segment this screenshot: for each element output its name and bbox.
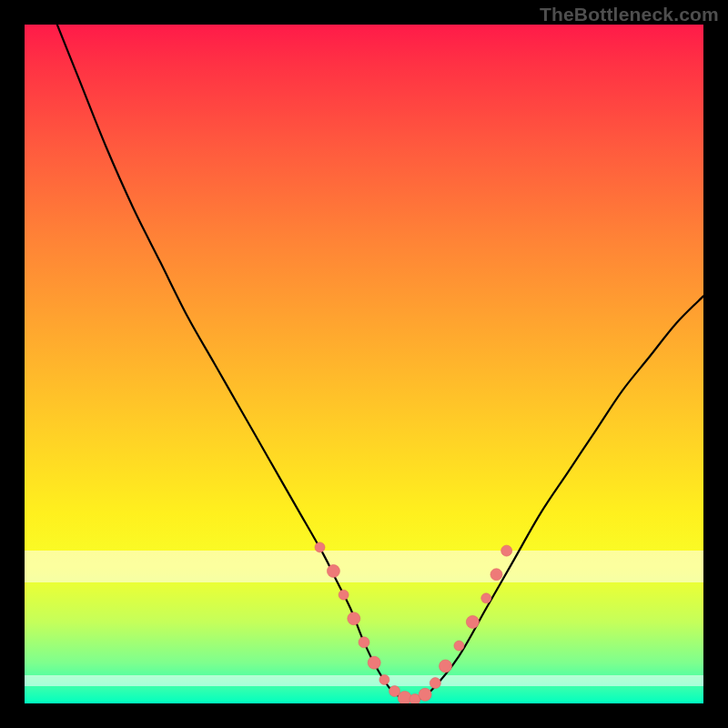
sweet-spot-marker — [481, 593, 491, 603]
sweet-spot-marker — [339, 590, 349, 600]
sweet-spot-marker — [454, 641, 464, 651]
sweet-spot-marker — [466, 615, 479, 628]
sweet-spot-markers — [315, 542, 512, 703]
sweet-spot-marker — [379, 674, 389, 684]
sweet-spot-marker — [327, 565, 339, 578]
sweet-spot-marker — [368, 656, 380, 669]
sweet-spot-marker — [348, 612, 360, 625]
chart-svg — [25, 25, 703, 703]
sweet-spot-marker — [490, 569, 502, 581]
sweet-spot-marker — [315, 542, 325, 552]
sweet-spot-marker — [501, 545, 512, 556]
bottleneck-curve — [52, 25, 703, 701]
sweet-spot-marker — [430, 678, 440, 689]
watermark-text: TheBottleneck.com — [540, 4, 719, 25]
sweet-spot-marker — [419, 688, 431, 701]
sweet-spot-marker — [398, 692, 411, 703]
sweet-spot-marker — [359, 637, 369, 648]
plot-area — [25, 25, 703, 703]
sweet-spot-marker — [440, 660, 452, 672]
